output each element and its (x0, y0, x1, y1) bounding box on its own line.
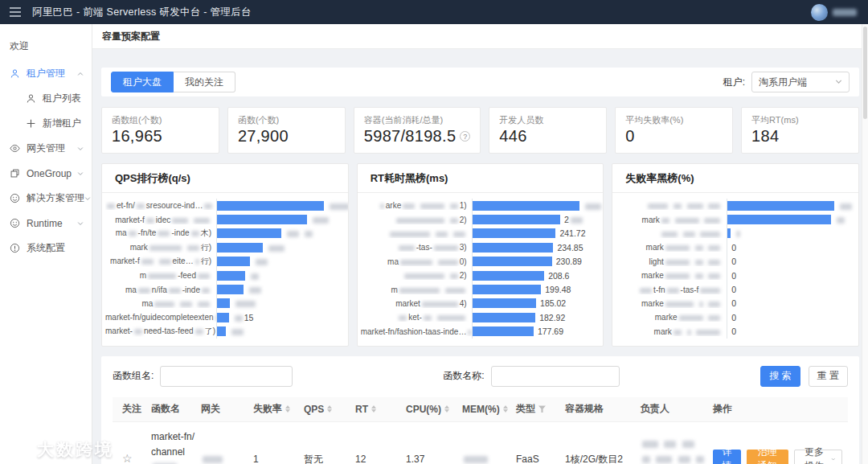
column-header-4[interactable]: QPS (304, 404, 355, 415)
column-header-9[interactable]: 容器规格 (565, 402, 641, 416)
redacted-text (675, 218, 699, 224)
sidebar-item-tenant-management[interactable]: 租户管理 (0, 61, 92, 86)
chart-bar[interactable] (217, 271, 245, 281)
chart-bar[interactable] (473, 313, 535, 322)
chart-plot (216, 269, 342, 282)
redacted-text (674, 330, 682, 335)
sidebar-item-system-config[interactable]: 系统配置 (0, 236, 92, 261)
tab-tenant-dashboard[interactable]: 租户大盘 (111, 72, 174, 92)
chart-card-0: QPS排行榜(q/s) et-fn/sresource-ind… market-… (101, 163, 349, 347)
sidebar-item-runtime[interactable]: Runtime (0, 211, 92, 236)
redacted-text (149, 245, 182, 251)
chart-bar[interactable] (727, 215, 831, 224)
action-more-button[interactable]: 更多操作 (794, 450, 842, 464)
column-header-5[interactable]: RT (355, 404, 406, 415)
column-label: 网关 (201, 402, 220, 416)
reset-button[interactable]: 重 置 (809, 366, 848, 387)
redacted-text (453, 232, 465, 237)
chart-bar[interactable] (217, 228, 281, 238)
scrollbar[interactable] (862, 24, 868, 464)
chart-bar[interactable] (473, 271, 545, 281)
column-header-7[interactable]: MEM(%) (462, 404, 516, 415)
sidebar-item-welcome[interactable]: 欢迎 (0, 35, 92, 56)
chart-bar[interactable] (473, 243, 554, 253)
chart-bar[interactable] (217, 243, 263, 253)
chart-plot: 234.85 (472, 240, 597, 254)
chart-value-label: 185.02 (540, 298, 566, 308)
search-button[interactable]: 搜 索 (760, 366, 800, 387)
sidebar-item-solution-management[interactable]: 解决方案管理 (0, 186, 92, 211)
redacted-text (195, 329, 203, 335)
redacted-text (198, 273, 210, 279)
tab-my-follows[interactable]: 我的关注 (174, 72, 235, 92)
action-detail-button[interactable]: 详情 (713, 450, 741, 464)
chart-value-label: 0 (731, 326, 736, 336)
chart-bar[interactable] (217, 215, 307, 224)
chart-bar[interactable] (217, 285, 244, 294)
func-group-input[interactable] (160, 366, 293, 387)
column-header-10[interactable]: 负责人 (641, 402, 713, 416)
chart-bar[interactable] (217, 298, 230, 308)
stat-label: 函数组(个数) (112, 114, 209, 126)
column-header-0[interactable]: 关注 (113, 402, 151, 416)
avatar[interactable] (811, 4, 828, 21)
chart-bar-row: marke 0 (616, 297, 852, 310)
sidebar-item-onegroup[interactable]: OneGroup (0, 161, 92, 186)
user-menu[interactable] (811, 4, 858, 21)
chart-bar[interactable] (473, 257, 552, 266)
action-notify-button[interactable]: 治理通知 (747, 450, 788, 464)
sort-icon[interactable] (285, 405, 290, 413)
chart-bar[interactable] (727, 228, 731, 238)
func-name-input[interactable] (491, 366, 620, 387)
sort-icon[interactable] (444, 405, 449, 413)
chart-bar[interactable] (727, 201, 834, 211)
chart-bar[interactable] (217, 201, 324, 211)
chart-bar[interactable] (473, 228, 556, 238)
chart-plot: 2 (472, 212, 597, 226)
sidebar-item-tenant-list[interactable]: 租户列表 (0, 86, 92, 111)
chart-category-label: market4) (361, 299, 472, 308)
chart-category-label: t-fn-tas-f (616, 285, 727, 294)
column-header-2[interactable]: 网关 (201, 402, 253, 416)
menu-toggle-icon[interactable] (10, 7, 21, 17)
column-header-6[interactable]: CPU(%) (406, 404, 462, 415)
chart-bar[interactable] (473, 298, 536, 308)
redacted-text (146, 218, 154, 224)
redacted-text (648, 203, 668, 209)
chart-bar[interactable] (473, 285, 542, 294)
column-header-1[interactable]: 函数名 (151, 402, 201, 416)
chart-bar-row (616, 227, 852, 240)
filter-icon[interactable] (538, 405, 546, 413)
redacted-text (708, 315, 720, 321)
redacted-text (708, 203, 720, 209)
tenant-select[interactable]: 淘系用户端 (751, 72, 850, 92)
column-header-8[interactable]: 类型 (516, 402, 565, 416)
stat-label: 开发人员数 (499, 114, 596, 126)
column-label: 容器规格 (565, 402, 604, 416)
sidebar-item-gateway-management[interactable]: 网关管理 (0, 136, 92, 161)
sort-icon[interactable] (503, 405, 508, 413)
redacted-text (330, 203, 349, 210)
sort-icon[interactable] (327, 405, 332, 413)
question-circle-icon[interactable]: ? (460, 131, 470, 142)
chart-bar[interactable] (473, 215, 560, 224)
functions-table: 关注函数名网关失败率QPSRTCPU(%)MEM(%)类型容器规格负责人操作☆m… (113, 397, 848, 464)
table-header-row: 关注函数名网关失败率QPSRTCPU(%)MEM(%)类型容器规格负责人操作 (113, 397, 848, 421)
scrollbar-thumb[interactable] (863, 27, 867, 119)
star-icon[interactable]: ☆ (122, 452, 133, 464)
sidebar-item-label: 新增租户 (43, 117, 81, 130)
column-header-3[interactable]: 失败率 (253, 402, 304, 416)
chart-bar[interactable] (473, 201, 579, 211)
sidebar-item-tenant-add[interactable]: 新增租户 (0, 111, 92, 136)
chart-value-label (735, 228, 742, 238)
chart-bar[interactable] (217, 326, 226, 336)
redacted-text (287, 231, 299, 237)
chart-bar[interactable] (473, 326, 534, 336)
sort-icon[interactable] (371, 405, 376, 413)
page-header: 容量预案配置 (92, 24, 868, 49)
chart-bar[interactable] (217, 257, 250, 266)
column-header-11[interactable]: 操作 (713, 402, 848, 416)
column-label: RT (355, 404, 368, 415)
chart-bar[interactable] (217, 313, 229, 322)
chart-value-label: 182.92 (539, 313, 565, 322)
